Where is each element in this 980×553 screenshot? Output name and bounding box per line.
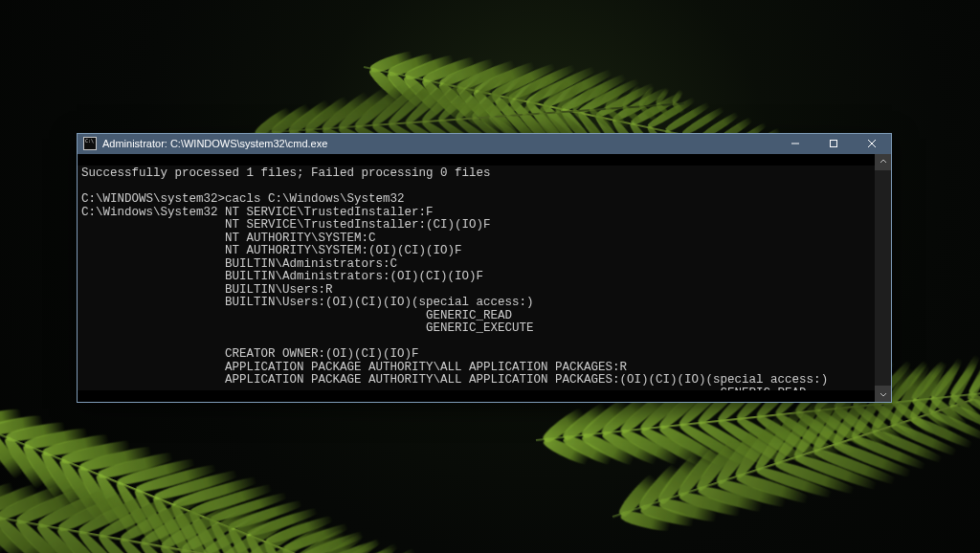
svg-rect-1: [831, 141, 837, 147]
maximize-button[interactable]: [814, 134, 853, 154]
close-button[interactable]: [853, 134, 891, 154]
scroll-down-button[interactable]: [875, 386, 891, 402]
scroll-up-button[interactable]: [875, 154, 891, 170]
window-controls: [776, 134, 891, 154]
window-client-area: Successfully processed 1 files; Failed p…: [78, 154, 891, 402]
minimize-button[interactable]: [776, 134, 814, 154]
terminal-output[interactable]: Successfully processed 1 files; Failed p…: [78, 166, 875, 389]
scroll-track[interactable]: [875, 170, 891, 386]
desktop-wallpaper: Administrator: C:\WINDOWS\system32\cmd.e…: [0, 0, 980, 553]
titlebar[interactable]: Administrator: C:\WINDOWS\system32\cmd.e…: [78, 134, 891, 154]
window-title: Administrator: C:\WINDOWS\system32\cmd.e…: [102, 138, 776, 149]
cmd-window: Administrator: C:\WINDOWS\system32\cmd.e…: [77, 133, 892, 403]
vertical-scrollbar[interactable]: [875, 154, 891, 402]
cmd-icon: [83, 137, 97, 150]
